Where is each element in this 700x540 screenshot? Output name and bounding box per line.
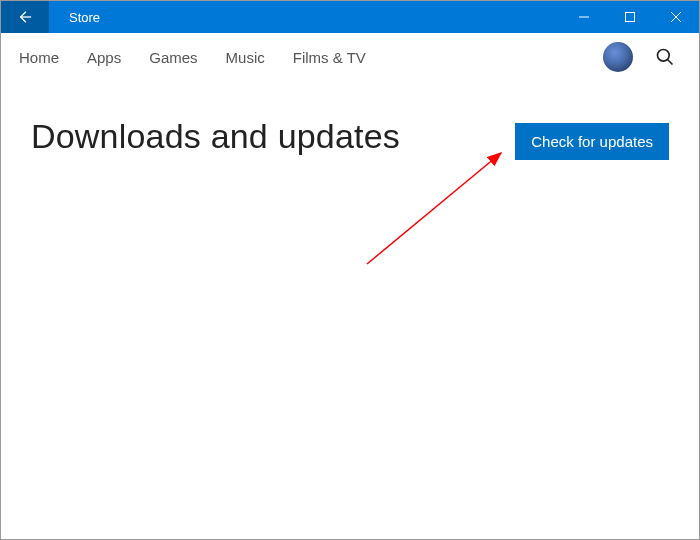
svg-point-5 bbox=[658, 50, 670, 62]
back-arrow-icon bbox=[18, 10, 32, 24]
minimize-icon bbox=[579, 12, 589, 22]
main-content: Downloads and updates Check for updates bbox=[1, 81, 699, 160]
nav-home[interactable]: Home bbox=[19, 49, 59, 66]
svg-line-6 bbox=[668, 60, 673, 65]
nav-music[interactable]: Music bbox=[226, 49, 265, 66]
nav-apps[interactable]: Apps bbox=[87, 49, 121, 66]
svg-rect-2 bbox=[626, 13, 635, 22]
page-title: Downloads and updates bbox=[31, 117, 400, 156]
close-icon bbox=[671, 12, 681, 22]
close-button[interactable] bbox=[653, 1, 699, 33]
nav-films-tv[interactable]: Films & TV bbox=[293, 49, 366, 66]
user-avatar[interactable] bbox=[603, 42, 633, 72]
window-title: Store bbox=[49, 1, 561, 33]
titlebar: Store bbox=[1, 1, 699, 33]
nav-games[interactable]: Games bbox=[149, 49, 197, 66]
maximize-icon bbox=[625, 12, 635, 22]
svg-line-8 bbox=[367, 153, 501, 264]
maximize-button[interactable] bbox=[607, 1, 653, 33]
back-button[interactable] bbox=[1, 1, 49, 33]
search-icon[interactable] bbox=[655, 47, 675, 67]
navbar: Home Apps Games Music Films & TV bbox=[1, 33, 699, 81]
window-controls bbox=[561, 1, 699, 33]
minimize-button[interactable] bbox=[561, 1, 607, 33]
check-for-updates-button[interactable]: Check for updates bbox=[515, 123, 669, 160]
